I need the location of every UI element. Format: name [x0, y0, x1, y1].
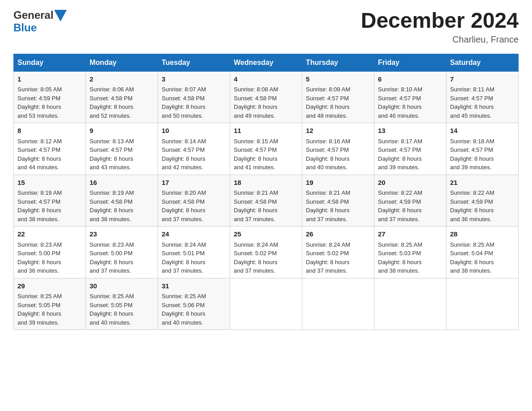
sunrise-text: Sunrise: 8:24 AM: [162, 241, 206, 248]
sunset-text: Sunset: 4:57 PM: [450, 95, 493, 102]
calendar-cell: 13Sunrise: 8:17 AMSunset: 4:57 PMDayligh…: [374, 123, 446, 175]
daylight-minutes: and 38 minutes.: [450, 267, 492, 274]
day-number: 27: [378, 229, 442, 240]
sunset-text: Sunset: 4:58 PM: [306, 198, 349, 205]
daylight-minutes: and 37 minutes.: [162, 267, 203, 274]
day-number: 16: [90, 178, 154, 188]
month-title: December 2024: [361, 9, 519, 33]
calendar-cell: 8Sunrise: 8:12 AMSunset: 4:57 PMDaylight…: [14, 123, 86, 175]
calendar-cell: [230, 278, 302, 330]
sunrise-text: Sunrise: 8:12 AM: [17, 138, 62, 145]
calendar-cell: 1Sunrise: 8:05 AMSunset: 4:59 PMDaylight…: [14, 71, 86, 123]
day-number: 9: [90, 126, 154, 136]
sunset-text: Sunset: 4:58 PM: [234, 95, 277, 102]
sunset-text: Sunset: 5:02 PM: [234, 250, 277, 257]
daylight-minutes: and 37 minutes.: [378, 216, 420, 223]
sunset-text: Sunset: 4:57 PM: [234, 146, 277, 153]
calendar-cell: 29Sunrise: 8:25 AMSunset: 5:05 PMDayligh…: [14, 278, 86, 330]
sunrise-text: Sunrise: 8:11 AM: [450, 86, 494, 93]
sunset-text: Sunset: 5:00 PM: [17, 250, 60, 257]
sunset-text: Sunset: 4:57 PM: [17, 198, 60, 205]
day-number: 24: [162, 229, 226, 240]
day-number: 8: [17, 126, 82, 136]
sunrise-text: Sunrise: 8:18 AM: [450, 138, 494, 145]
sunset-text: Sunset: 4:57 PM: [378, 95, 421, 102]
sunrise-text: Sunrise: 8:16 AM: [306, 138, 350, 145]
sunrise-text: Sunrise: 8:25 AM: [450, 241, 494, 248]
sunset-text: Sunset: 4:57 PM: [306, 146, 349, 153]
sunset-text: Sunset: 4:57 PM: [17, 146, 60, 153]
sunrise-text: Sunrise: 8:23 AM: [90, 241, 134, 248]
sunrise-text: Sunrise: 8:10 AM: [378, 86, 422, 93]
daylight-text: Daylight: 8 hours: [378, 259, 422, 265]
calendar-cell: 18Sunrise: 8:21 AMSunset: 4:58 PMDayligh…: [230, 175, 302, 227]
sunset-text: Sunset: 4:59 PM: [378, 198, 421, 205]
sunset-text: Sunset: 5:02 PM: [306, 250, 349, 257]
day-number: 25: [234, 229, 298, 240]
sunrise-text: Sunrise: 8:20 AM: [162, 189, 206, 196]
day-number: 26: [306, 229, 370, 240]
sunset-text: Sunset: 4:58 PM: [90, 198, 133, 205]
daylight-minutes: and 40 minutes.: [90, 319, 131, 326]
daylight-minutes: and 36 minutes.: [450, 216, 492, 223]
day-number: 18: [234, 178, 298, 188]
page-header: General Blue December 2024 Charlieu, Fra…: [13, 9, 519, 45]
calendar-cell: 10Sunrise: 8:14 AMSunset: 4:57 PMDayligh…: [158, 123, 230, 175]
col-friday: Friday: [374, 54, 446, 71]
logo: General Blue: [13, 9, 67, 34]
daylight-minutes: and 41 minutes.: [234, 164, 275, 171]
calendar-week-row: 8Sunrise: 8:12 AMSunset: 4:57 PMDaylight…: [14, 123, 519, 175]
col-saturday: Saturday: [446, 54, 519, 71]
day-number: 30: [90, 281, 154, 291]
calendar-cell: 2Sunrise: 8:06 AMSunset: 4:58 PMDaylight…: [86, 71, 158, 123]
day-number: 19: [306, 178, 370, 188]
daylight-text: Daylight: 8 hours: [306, 103, 350, 110]
daylight-text: Daylight: 8 hours: [90, 103, 133, 110]
day-number: 10: [162, 126, 226, 136]
calendar-cell: [446, 278, 519, 330]
calendar-cell: 28Sunrise: 8:25 AMSunset: 5:04 PMDayligh…: [446, 227, 519, 278]
sunset-text: Sunset: 4:58 PM: [90, 95, 133, 102]
daylight-text: Daylight: 8 hours: [17, 310, 61, 317]
sunrise-text: Sunrise: 8:05 AM: [17, 86, 62, 93]
daylight-minutes: and 37 minutes.: [90, 267, 131, 274]
col-sunday: Sunday: [14, 54, 86, 71]
sunrise-text: Sunrise: 8:14 AM: [162, 138, 206, 145]
logo-blue-word: Blue: [13, 21, 37, 34]
calendar-cell: 11Sunrise: 8:15 AMSunset: 4:57 PMDayligh…: [230, 123, 302, 175]
svg-marker-0: [54, 10, 67, 21]
logo-blue-text: Blue: [13, 21, 37, 34]
sunrise-text: Sunrise: 8:15 AM: [234, 138, 278, 145]
sunrise-text: Sunrise: 8:08 AM: [234, 86, 278, 93]
day-number: 21: [450, 178, 515, 188]
daylight-text: Daylight: 8 hours: [162, 207, 206, 214]
daylight-text: Daylight: 8 hours: [450, 259, 494, 265]
day-number: 1: [17, 74, 82, 85]
daylight-minutes: and 44 minutes.: [17, 164, 59, 171]
calendar-header-row: Sunday Monday Tuesday Wednesday Thursday…: [14, 54, 519, 71]
daylight-text: Daylight: 8 hours: [378, 103, 422, 110]
calendar-cell: 26Sunrise: 8:24 AMSunset: 5:02 PMDayligh…: [302, 227, 374, 278]
day-number: 28: [450, 229, 515, 240]
day-number: 14: [450, 126, 515, 136]
calendar-week-row: 1Sunrise: 8:05 AMSunset: 4:59 PMDaylight…: [14, 71, 519, 123]
calendar-cell: 14Sunrise: 8:18 AMSunset: 4:57 PMDayligh…: [446, 123, 519, 175]
day-number: 15: [17, 178, 82, 188]
calendar-cell: 4Sunrise: 8:08 AMSunset: 4:58 PMDaylight…: [230, 71, 302, 123]
sunset-text: Sunset: 4:59 PM: [17, 95, 60, 102]
day-number: 23: [90, 229, 154, 240]
col-tuesday: Tuesday: [158, 54, 230, 71]
daylight-text: Daylight: 8 hours: [234, 103, 278, 110]
calendar-cell: 15Sunrise: 8:19 AMSunset: 4:57 PMDayligh…: [14, 175, 86, 227]
daylight-text: Daylight: 8 hours: [234, 155, 278, 162]
daylight-minutes: and 39 minutes.: [17, 319, 59, 326]
sunrise-text: Sunrise: 8:21 AM: [234, 189, 278, 196]
daylight-text: Daylight: 8 hours: [378, 155, 422, 162]
sunrise-text: Sunrise: 8:17 AM: [378, 138, 422, 145]
sunset-text: Sunset: 4:57 PM: [450, 146, 493, 153]
sunrise-text: Sunrise: 8:19 AM: [17, 189, 62, 196]
daylight-minutes: and 43 minutes.: [90, 164, 131, 171]
calendar-cell: 20Sunrise: 8:22 AMSunset: 4:59 PMDayligh…: [374, 175, 446, 227]
daylight-minutes: and 37 minutes.: [234, 216, 275, 223]
calendar-cell: 3Sunrise: 8:07 AMSunset: 4:58 PMDaylight…: [158, 71, 230, 123]
